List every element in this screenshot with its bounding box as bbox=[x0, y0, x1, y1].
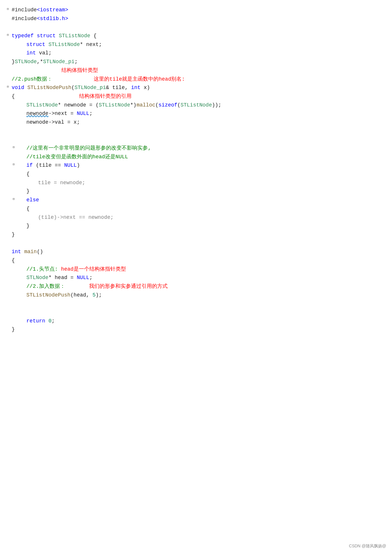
line-return: return 0; bbox=[6, 317, 386, 326]
line-blank-4 bbox=[6, 239, 386, 248]
comment-tile-null: //tile改变但是函数外面的head还是NULL bbox=[26, 154, 128, 160]
line-main-close: } bbox=[6, 325, 386, 334]
line-main-open: { bbox=[6, 256, 386, 265]
type-stlistnode-3: STListNode bbox=[26, 102, 58, 108]
paren-close-sizeof: )); bbox=[212, 102, 221, 108]
comment-head: //1.头节点: bbox=[26, 266, 61, 272]
preproc-hash-2: #include bbox=[12, 16, 37, 22]
line-if-brace-open: { bbox=[6, 170, 386, 179]
comment-add: //2.加入数据： bbox=[26, 283, 65, 289]
line-else-brace-close: } bbox=[6, 222, 386, 230]
line-typedef: ⊟ typedef struct STListNode { bbox=[6, 32, 386, 40]
annot-struct-ptr-type: 结构体指针类型 bbox=[61, 68, 98, 73]
func-stlistnodepush-call: STListNodePush bbox=[26, 292, 70, 298]
type-stlistnode: STListNode bbox=[59, 33, 93, 39]
line-void-func: ⊟ void STListNodePush(STLNode_pi& tile, … bbox=[6, 84, 386, 92]
comment-problem: //这里有一个非常明显的问题形参的改变不影响实参, bbox=[26, 145, 151, 151]
field-next: next = bbox=[55, 111, 77, 116]
kw-struct-2: struct bbox=[26, 42, 49, 47]
line-blank-2 bbox=[6, 127, 386, 136]
line-if-brace-close: } bbox=[6, 187, 386, 196]
fold-comment[interactable]: ⊟ bbox=[12, 145, 16, 149]
null-2: NULL bbox=[64, 162, 77, 168]
brace-func-close: } bbox=[12, 232, 15, 237]
line-stlnode-def: }STLNode,*STLNode_pi; bbox=[6, 58, 386, 66]
func-main: main bbox=[24, 249, 37, 255]
line-else-brace-open: { bbox=[6, 205, 386, 213]
footer: CSDN @随风飘扬@ bbox=[349, 543, 386, 549]
stmt-tile-next: (tile)->next == newnode; bbox=[38, 214, 113, 220]
line-comment-problem: ⊟ //这里有一个非常明显的问题形参的改变不影响实参, bbox=[6, 144, 386, 153]
param-tile: tile, bbox=[112, 85, 131, 90]
line-push-call: STListNodePush(head, 5); bbox=[6, 291, 386, 300]
line-struct-next: struct STListNode* next; bbox=[6, 40, 386, 49]
var-newnode-next: newnode bbox=[26, 111, 49, 116]
fold-1[interactable]: ⊟ bbox=[6, 7, 10, 11]
comment-push-main: //2.push数据： bbox=[12, 76, 52, 82]
kw-else: else bbox=[26, 197, 39, 203]
line-stlnode-head: STLNode* head = NULL; bbox=[6, 274, 386, 282]
paren-malloc: ( bbox=[155, 102, 159, 108]
num-0: 0 bbox=[48, 318, 52, 324]
stmt-tile-assign: tile = newnode; bbox=[38, 180, 85, 186]
fold-void[interactable]: ⊟ bbox=[6, 85, 10, 89]
line-if: ⊟ if (tile == NULL) bbox=[6, 161, 386, 170]
paren-push-close: ); bbox=[95, 292, 102, 298]
func-malloc: malloc bbox=[136, 102, 155, 108]
type-stlnode-2: STLNode bbox=[26, 275, 49, 281]
semi-head: ; bbox=[89, 275, 93, 281]
line-2: #include<stdlib.h> bbox=[6, 15, 386, 23]
brace-close-typedef: } bbox=[12, 59, 15, 65]
line-func-close: } bbox=[6, 230, 386, 239]
paren-if-open: (tile == bbox=[36, 162, 64, 168]
line-tile-assign: tile = newnode; bbox=[6, 179, 386, 187]
include-lib-1: <iostream> bbox=[37, 7, 68, 13]
fold-typedef[interactable]: ⊟ bbox=[6, 33, 10, 37]
comma-1: ,* bbox=[37, 59, 43, 65]
brace-if-close: } bbox=[26, 188, 30, 194]
cast-type: STListNode bbox=[99, 102, 130, 108]
line-blank-6 bbox=[6, 308, 386, 317]
preproc-hash-1: #include bbox=[12, 7, 37, 13]
semi-2: ; bbox=[89, 111, 93, 116]
type-stlistnode-2: STListNode bbox=[48, 42, 80, 47]
include-lib-2: <stdlib.h> bbox=[37, 16, 68, 22]
kw-int-1: int bbox=[26, 50, 39, 56]
ptr-star-1: * bbox=[80, 42, 86, 47]
line-annot-struct: 结构体指针类型 bbox=[6, 66, 386, 75]
line-tile-next: (tile)->next == newnode; bbox=[6, 213, 386, 222]
param-type-stlnodepi: STLNode_pi bbox=[75, 85, 106, 90]
var-val: val; bbox=[39, 50, 52, 56]
var-next: next; bbox=[86, 42, 102, 47]
line-blank-5 bbox=[6, 299, 386, 308]
brace-else-close: } bbox=[26, 223, 30, 229]
line-comment-push: //2.push数据： 这里的tile就是主函数中的head别名: bbox=[6, 75, 386, 84]
line-comment-add: //2.加入数据： 我们的形参和实参通过引用的方式 bbox=[6, 282, 386, 291]
semicolon-1: ; bbox=[75, 59, 78, 65]
brace-if-open: { bbox=[26, 171, 30, 177]
line-comment-tile: //tile改变但是函数外面的head还是NULL bbox=[6, 153, 386, 161]
footer-text: CSDN @随风飘扬@ bbox=[349, 544, 386, 548]
num-5: 5 bbox=[93, 292, 96, 298]
ref-amp: & bbox=[106, 85, 112, 90]
paren-if-close: ) bbox=[77, 162, 80, 168]
code-editor: ⊟ #include<iostream> #include<stdlib.h> … bbox=[6, 6, 386, 334]
paren-sizeof: ( bbox=[177, 102, 180, 108]
ptr-star-2: * bbox=[58, 102, 64, 108]
kw-typedef: typedef bbox=[12, 33, 37, 39]
kw-int-main: int bbox=[12, 249, 24, 255]
line-comment-head: //1.头节点: head是一个结构体指针类型 bbox=[6, 265, 386, 274]
line-int-main: int main() bbox=[6, 248, 386, 256]
sizeof-type: STListNode bbox=[180, 102, 212, 108]
brace-open-func: { bbox=[12, 93, 15, 99]
line-newnode-decl: STListNode* newnode = (STListNode*)mallo… bbox=[6, 101, 386, 110]
var-head: head = bbox=[55, 275, 77, 281]
brace-main-open: { bbox=[12, 258, 15, 263]
type-stlnode-pi: STLNode_pi bbox=[43, 59, 75, 65]
line-newnode-next: newnode->next = NULL; bbox=[6, 109, 386, 118]
annot-ref-way: 我们的形参和实参通过引用的方式 bbox=[89, 283, 168, 289]
fold-else[interactable]: ⊟ bbox=[12, 197, 16, 201]
var-newnode: newnode = ( bbox=[64, 102, 99, 108]
line-open-brace-func: { 结构体指针类型的引用 bbox=[6, 92, 386, 101]
fold-if[interactable]: ⊟ bbox=[12, 162, 16, 166]
